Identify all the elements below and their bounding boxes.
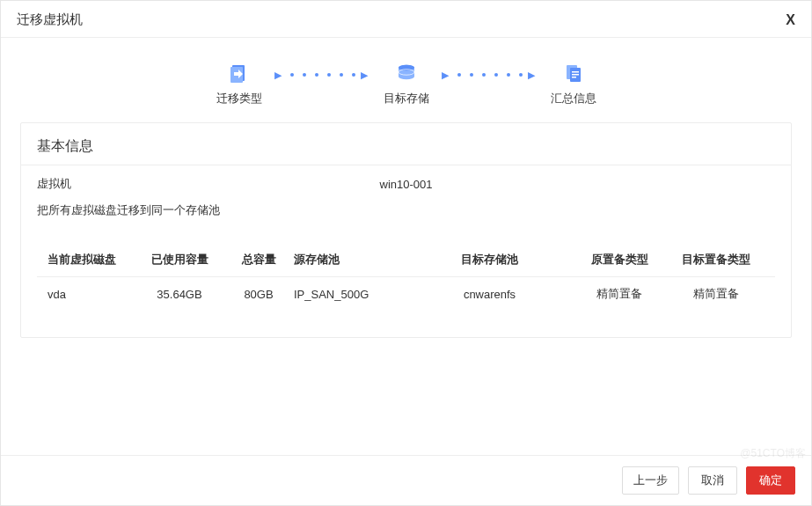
prev-button[interactable]: 上一步 <box>622 466 679 495</box>
cell-dst-prov: 精简置备 <box>668 286 764 302</box>
cell-dst-pool: cnwarenfs <box>408 288 571 301</box>
table-row: vda 35.64GB 80GB IP_SAN_500G cnwarenfs 精… <box>37 277 775 311</box>
cell-total: 80GB <box>223 288 294 301</box>
svg-rect-7 <box>572 71 579 73</box>
dialog-footer: 上一步 取消 确定 <box>1 455 811 505</box>
migration-note: 把所有虚拟磁盘迁移到同一个存储池 <box>21 195 791 229</box>
dialog-body: 迁移类型 ▶ ▶ 目标存储 ▶ ▶ <box>1 38 811 455</box>
col-used: 已使用容量 <box>135 252 223 268</box>
cancel-button[interactable]: 取消 <box>688 466 737 495</box>
disk-table: 当前虚拟磁盘 已使用容量 总容量 源存储池 目标存储池 原置备类型 目标置备类型… <box>37 243 775 311</box>
wizard-steps: 迁移类型 ▶ ▶ 目标存储 ▶ ▶ <box>20 54 792 122</box>
step-label: 汇总信息 <box>551 91 596 106</box>
summary-icon <box>561 61 586 85</box>
step-connector: ▶ ▶ <box>278 70 368 81</box>
col-total: 总容量 <box>223 252 294 268</box>
migrate-type-icon <box>227 61 252 85</box>
basic-info-panel: 基本信息 虚拟机 win10-001 把所有虚拟磁盘迁移到同一个存储池 当前虚拟… <box>20 122 792 338</box>
step-label: 迁移类型 <box>216 91 262 106</box>
cell-used: 35.64GB <box>135 288 223 301</box>
svg-point-3 <box>399 65 414 70</box>
vm-name: win10-001 <box>37 178 775 191</box>
vm-row: 虚拟机 win10-001 <box>21 165 791 195</box>
dialog-header: 迁移虚拟机 X <box>1 1 811 38</box>
step-label: 目标存储 <box>384 91 429 106</box>
svg-rect-9 <box>572 77 576 78</box>
step-target-storage: 目标存储 <box>384 61 429 106</box>
cell-src-prov: 精简置备 <box>571 286 668 302</box>
cell-disk: vda <box>48 288 135 301</box>
col-dst-prov: 目标置备类型 <box>668 252 764 268</box>
cell-src-pool: IP_SAN_500G <box>294 288 408 301</box>
step-summary: 汇总信息 <box>551 61 596 106</box>
dialog-title: 迁移虚拟机 <box>17 11 83 28</box>
close-icon[interactable]: X <box>786 12 795 28</box>
svg-rect-8 <box>572 74 579 76</box>
confirm-button[interactable]: 确定 <box>746 466 795 495</box>
col-src-pool: 源存储池 <box>294 252 408 268</box>
col-src-prov: 原置备类型 <box>571 252 668 268</box>
storage-icon <box>394 61 419 85</box>
col-disk: 当前虚拟磁盘 <box>48 252 135 268</box>
panel-title: 基本信息 <box>21 132 791 165</box>
step-migrate-type: 迁移类型 <box>216 61 262 106</box>
step-connector: ▶ ▶ <box>445 70 535 81</box>
table-header: 当前虚拟磁盘 已使用容量 总容量 源存储池 目标存储池 原置备类型 目标置备类型 <box>37 243 775 277</box>
col-dst-pool: 目标存储池 <box>408 252 571 268</box>
